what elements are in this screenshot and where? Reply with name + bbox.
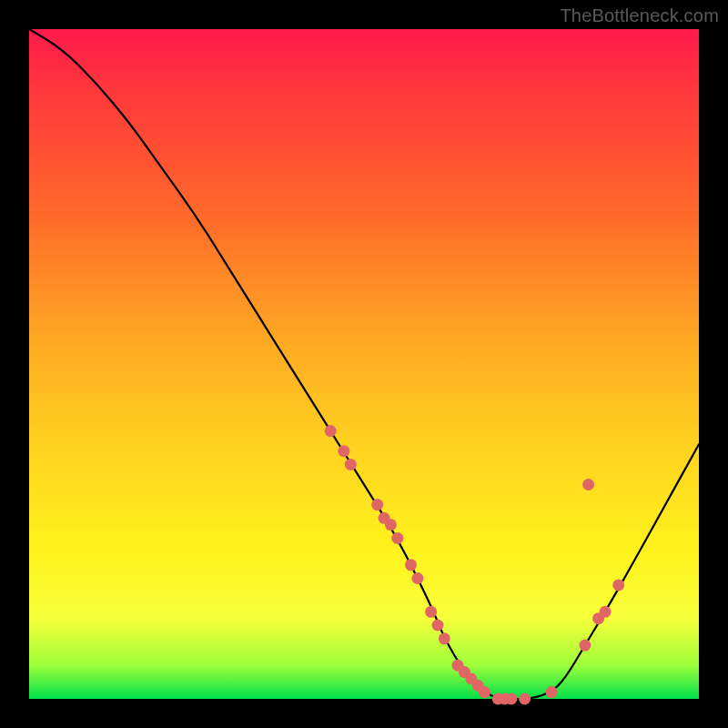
data-marker xyxy=(411,572,423,584)
data-marker xyxy=(546,686,558,698)
credits-label: TheBottleneck.com xyxy=(560,5,719,26)
data-marker xyxy=(519,693,531,705)
data-marker xyxy=(600,606,612,618)
curve-layer xyxy=(29,29,699,699)
data-marker xyxy=(405,559,417,571)
data-marker xyxy=(439,632,450,644)
plot-area xyxy=(29,29,699,699)
data-marker xyxy=(425,606,437,618)
data-marker xyxy=(479,686,490,698)
data-marker xyxy=(325,425,337,437)
bottleneck-curve xyxy=(29,29,699,699)
chart-stage: TheBottleneck.com xyxy=(0,0,728,728)
curve-markers xyxy=(325,425,625,704)
data-marker xyxy=(385,519,397,531)
data-marker xyxy=(432,620,444,632)
data-marker xyxy=(582,479,594,490)
data-marker xyxy=(371,499,383,511)
data-marker xyxy=(345,459,357,470)
data-marker xyxy=(505,693,517,705)
data-marker xyxy=(612,579,624,591)
data-marker xyxy=(338,445,349,457)
curve-path xyxy=(29,29,699,699)
data-marker xyxy=(391,532,403,544)
data-marker xyxy=(579,640,591,652)
